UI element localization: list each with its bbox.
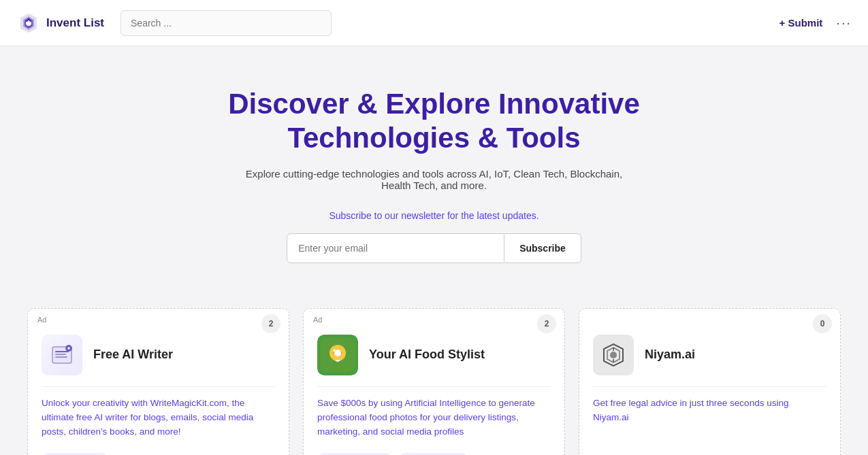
card-ad-label-2: Ad	[313, 316, 322, 324]
card-header-1: Free AI Writer	[28, 309, 289, 386]
svg-point-11	[333, 349, 336, 352]
search-input[interactable]	[120, 10, 332, 36]
svg-rect-6	[55, 356, 67, 358]
card-name-1: Free AI Writer	[93, 348, 173, 362]
card-niyam-ai: 0 Niyam.ai Get free lega	[579, 308, 841, 455]
tag-food-dining[interactable]: Food & Dining	[398, 453, 469, 455]
niyam-ai-icon	[593, 335, 634, 375]
food-stylist-icon	[317, 335, 358, 375]
card-description-3: Get free legal advice in just three seco…	[579, 387, 840, 436]
card-tags-1: Free AI Tools	[28, 450, 289, 455]
card-logo-3	[593, 335, 634, 375]
svg-point-14	[610, 352, 617, 358]
card-header-2: Your AI Food Stylist	[304, 309, 564, 386]
hero-title: Discover & Explore Innovative Technologi…	[176, 87, 693, 156]
card-vote-1[interactable]: 2	[261, 314, 280, 333]
header-right: + Submit ···	[779, 15, 852, 31]
card-name-3: Niyam.ai	[645, 348, 695, 362]
card-logo-2	[317, 335, 358, 375]
hero-section: Discover & Explore Innovative Technologi…	[0, 46, 868, 308]
newsletter-form: Subscribe	[14, 233, 854, 263]
svg-rect-5	[55, 354, 66, 355]
newsletter-prompt: Subscribe to our newsletter for the late…	[14, 210, 854, 221]
svg-rect-4	[55, 351, 69, 352]
submit-button[interactable]: + Submit	[779, 17, 823, 29]
card-ai-food-stylist: Ad 2 Your AI Food Styli	[303, 308, 565, 455]
card-ad-label-1: Ad	[37, 316, 46, 324]
subscribe-button[interactable]: Subscribe	[504, 233, 581, 263]
cards-section: Ad 2 Free AI Writer	[0, 308, 868, 455]
card-vote-2[interactable]: 2	[537, 314, 556, 333]
card-description-2: Save $000s by using Artificial Intellige…	[304, 387, 564, 450]
email-input[interactable]	[287, 233, 504, 263]
tag-graphic-design[interactable]: Graphic Design	[317, 453, 393, 455]
hero-subtitle: Explore cutting-edge technologies and to…	[230, 168, 639, 191]
card-name-2: Your AI Food Stylist	[369, 348, 485, 362]
card-header-3: Niyam.ai	[579, 309, 840, 386]
card-free-ai-writer: Ad 2 Free AI Writer	[27, 308, 289, 455]
card-tags-3	[579, 436, 840, 452]
cards-grid: Ad 2 Free AI Writer	[27, 308, 841, 455]
card-tags-2: Graphic Design Food & Dining	[304, 450, 564, 455]
logo-icon	[16, 11, 41, 35]
logo-text: Invent List	[46, 16, 104, 30]
writemagickit-icon	[42, 335, 82, 375]
card-logo-1	[42, 335, 82, 375]
more-options-button[interactable]: ···	[836, 15, 852, 31]
logo-link[interactable]: Invent List	[16, 11, 104, 35]
tag-free-ai-tools[interactable]: Free AI Tools	[42, 453, 108, 455]
header: Invent List + Submit ···	[0, 0, 868, 46]
card-description-1: Unlock your creativity with WriteMagicKi…	[28, 387, 289, 450]
card-vote-3[interactable]: 0	[813, 314, 832, 333]
